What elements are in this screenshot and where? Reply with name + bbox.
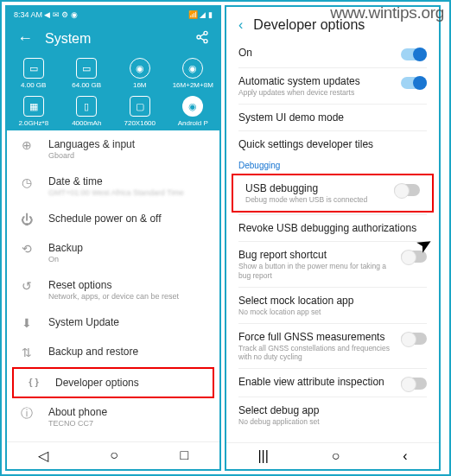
language-icon: ⊕	[19, 138, 35, 152]
spec-ram: ▭4.00 GB	[7, 58, 60, 89]
toggle-gnss[interactable]	[401, 333, 427, 345]
svg-line-4	[200, 38, 205, 41]
row-auto-updates[interactable]: Automatic system updatesApply updates wh…	[226, 68, 439, 104]
nav-bar: ◁ ○ □	[7, 441, 219, 469]
svg-line-3	[200, 34, 205, 36]
specs-row-2: ▦2.0GHz*8 ▯4000mAh ▢720X1600 ◉Android P	[7, 92, 219, 130]
nav-recent-icon[interactable]: □	[181, 447, 189, 464]
backup-icon: ⟲	[19, 242, 35, 256]
toggle-usb-debugging[interactable]	[394, 184, 420, 196]
section-debugging: Debugging	[226, 157, 439, 172]
clock-icon: ◷	[19, 175, 35, 189]
spec-cam-front: ◉16M	[113, 58, 167, 89]
spec-display: ▢720X1600	[113, 96, 167, 127]
status-icons-right: 📶 ◢ ▮	[188, 10, 213, 19]
page-title: System	[45, 31, 183, 47]
status-time: 8:34 AM	[14, 10, 42, 19]
item-schedule-power[interactable]: ⏻ Schedule power on & off	[7, 205, 219, 234]
watermark-text: www.wintips.org	[330, 3, 444, 22]
toggle-view-inspection[interactable]	[401, 378, 427, 390]
reset-icon: ↺	[19, 279, 35, 293]
item-languages[interactable]: ⊕ Languages & inputGboard	[7, 130, 219, 168]
toggle-auto-updates[interactable]	[401, 77, 427, 89]
update-icon: ⬇	[19, 316, 35, 330]
status-bar: 8:34 AM ◀ ✉ ⚙ ◉ 📶 ◢ ▮	[7, 7, 219, 22]
specs-row-1: ▭4.00 GB ▭64.00 GB ◉16M ◉16M+2M+8M	[7, 54, 219, 92]
highlight-developer-options: { } Developer options	[12, 367, 214, 398]
row-on[interactable]: On	[226, 40, 439, 67]
back-arrow-icon[interactable]: ‹	[238, 17, 243, 33]
page-header-system: ← System	[7, 22, 219, 54]
nav-back-icon[interactable]: ◁	[38, 447, 48, 464]
info-icon: ⓘ	[19, 406, 35, 422]
row-revoke-usb[interactable]: Revoke USB debugging authorizations	[226, 215, 439, 241]
item-system-update[interactable]: ⬇ System Update	[7, 308, 219, 338]
settings-list: ⊕ Languages & inputGboard ◷ Date & timeG…	[7, 130, 219, 435]
row-bug-report[interactable]: Bug report shortcutShow a button in the …	[226, 242, 439, 286]
svg-point-0	[204, 31, 207, 35]
spec-battery: ▯4000mAh	[60, 96, 114, 127]
highlight-usb-debugging: USB debuggingDebug mode when USB is conn…	[232, 174, 434, 213]
nav-home-icon[interactable]: ○	[110, 447, 118, 464]
spec-cpu: ▦2.0GHz*8	[7, 96, 60, 127]
row-quick-tiles[interactable]: Quick settings developer tiles	[226, 131, 439, 157]
nav-back-icon[interactable]: ‹	[403, 448, 407, 464]
developer-icon: { }	[26, 377, 41, 387]
row-mock-location[interactable]: Select mock location appNo mock location…	[226, 288, 439, 323]
status-icons-left: ◀ ✉ ⚙ ◉	[44, 10, 78, 19]
item-developer-options[interactable]: { } Developer options	[14, 369, 213, 397]
item-backup[interactable]: ⟲ BackupOn	[7, 234, 219, 271]
spec-rom: ▭64.00 GB	[60, 58, 114, 89]
phone-developer-options: ‹ Developer options On Automatic system …	[225, 5, 441, 471]
row-usb-debugging[interactable]: USB debuggingDebug mode when USB is conn…	[233, 175, 432, 211]
row-view-inspection[interactable]: Enable view attribute inspection	[226, 369, 439, 397]
item-reset[interactable]: ↺ Reset optionsNetwork, apps, or device …	[7, 271, 219, 308]
row-demo-mode[interactable]: System UI demo mode	[226, 105, 439, 130]
svg-point-1	[197, 35, 200, 39]
spec-android: ◉Android P	[167, 96, 220, 127]
nav-bar: ||| ○ ‹	[226, 442, 439, 469]
item-backup-restore[interactable]: ⇅ Backup and restore	[7, 338, 219, 367]
phone-system-settings: 8:34 AM ◀ ✉ ⚙ ◉ 📶 ◢ ▮ ← System ▭4.00 GB …	[5, 5, 221, 471]
row-debug-app[interactable]: Select debug appNo debug application set	[226, 397, 439, 433]
back-arrow-icon[interactable]: ←	[17, 29, 33, 48]
power-icon: ⏻	[19, 213, 35, 226]
item-about-phone[interactable]: ⓘ About phoneTECNO CC7	[7, 398, 219, 435]
two-phone-container: 8:34 AM ◀ ✉ ⚙ ◉ 📶 ◢ ▮ ← System ▭4.00 GB …	[0, 0, 451, 476]
nav-recent-icon[interactable]: |||	[257, 448, 268, 464]
row-gnss[interactable]: Force full GNSS measurementsTrack all GN…	[226, 324, 439, 368]
spec-cam-rear: ◉16M+2M+8M	[167, 58, 220, 89]
nav-home-icon[interactable]: ○	[332, 448, 340, 464]
svg-point-2	[204, 40, 207, 43]
share-icon[interactable]	[195, 30, 209, 47]
item-datetime[interactable]: ◷ Date & timeGMT+01:00 West Africa Stand…	[7, 168, 219, 205]
restore-icon: ⇅	[19, 346, 35, 359]
toggle-on[interactable]	[401, 48, 427, 60]
